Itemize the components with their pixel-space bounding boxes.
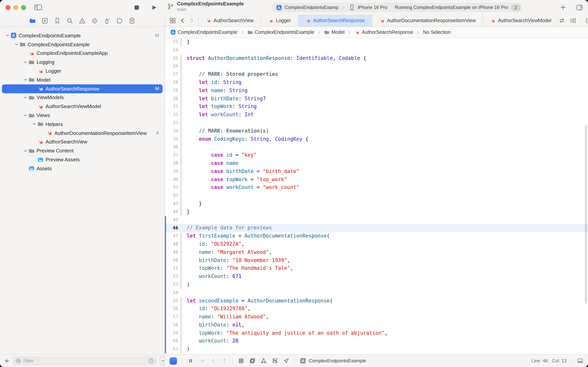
tab-logger[interactable]: Logger bbox=[261, 15, 298, 26]
disclosure-chevron-icon[interactable] bbox=[23, 77, 28, 83]
sidebar-item-model[interactable]: Model bbox=[0, 75, 165, 84]
debug-area-toggle-icon[interactable] bbox=[577, 358, 583, 364]
line-number[interactable]: 39 bbox=[165, 167, 180, 176]
fold-ribbon[interactable] bbox=[180, 329, 182, 337]
code-line-34[interactable]: 34 // MARK: Enumeration(s) bbox=[165, 127, 588, 135]
code-line-43[interactable]: 43 } bbox=[165, 200, 588, 208]
line-number[interactable]: 29 bbox=[165, 87, 180, 95]
line-number[interactable]: 27 bbox=[165, 70, 180, 79]
line-number[interactable]: 58 bbox=[165, 321, 180, 329]
sidebar-item-viewmodels[interactable]: ViewModels bbox=[0, 93, 165, 102]
line-number[interactable]: 61 bbox=[165, 345, 180, 354]
line-number[interactable]: 53 bbox=[165, 281, 180, 289]
code-line-60[interactable]: 60 workCount: 28 bbox=[165, 337, 588, 345]
code-line-53[interactable]: 53) bbox=[165, 281, 588, 289]
code-line-37[interactable]: 37 case id = "key" bbox=[165, 151, 588, 159]
fold-ribbon[interactable] bbox=[180, 46, 182, 54]
code-line-54[interactable]: 54 bbox=[165, 289, 588, 297]
sidebar-toggle-icon[interactable] bbox=[34, 4, 42, 10]
step-out-icon[interactable] bbox=[221, 358, 227, 364]
code-line-25[interactable]: 25struct AuthorDocumentationResponse: Id… bbox=[165, 54, 588, 62]
add-file-button[interactable] bbox=[4, 358, 10, 364]
sidebar-item-preview-content[interactable]: Preview Content bbox=[0, 146, 165, 155]
code-line-35[interactable]: 35 enum CodingKeys: String, CodingKey { bbox=[165, 135, 588, 143]
code-line-30[interactable]: 30 let birthDate: String? bbox=[165, 95, 588, 103]
tab-authorsearchresponse[interactable]: AuthorSearchResponse bbox=[298, 15, 372, 26]
fold-ribbon[interactable] bbox=[180, 345, 182, 354]
code-line-32[interactable]: 32 let workCount: Int bbox=[165, 111, 588, 119]
simulate-location-icon[interactable] bbox=[283, 358, 289, 364]
fold-ribbon[interactable] bbox=[180, 111, 182, 119]
code-review-icon[interactable] bbox=[559, 17, 565, 24]
forward-button[interactable] bbox=[189, 18, 194, 23]
sidebar-item-helpers[interactable]: Helpers bbox=[0, 120, 165, 129]
line-number[interactable]: 33 bbox=[165, 119, 180, 127]
activity-status[interactable]: Running ComplexEndpointsExample on iPhon… bbox=[395, 5, 508, 10]
scheme-selector[interactable]: ComplexEndpointsExamp iPhone 16 Pro Runn… bbox=[272, 3, 521, 12]
fold-ribbon[interactable] bbox=[180, 79, 182, 87]
editor-options-icon[interactable] bbox=[570, 17, 576, 24]
code-line-61[interactable]: 61) bbox=[165, 345, 588, 354]
filter-icon[interactable] bbox=[16, 358, 21, 364]
line-number[interactable]: 56 bbox=[165, 305, 180, 313]
code-line-48[interactable]: 48 id: "OL52922A", bbox=[165, 240, 588, 248]
line-number[interactable]: 25 bbox=[165, 54, 180, 62]
breadcrumb-item-complexendpointsexample[interactable]: ComplexEndpointsExample bbox=[247, 30, 314, 35]
line-number[interactable]: 48 bbox=[165, 240, 180, 248]
back-button[interactable] bbox=[180, 18, 185, 23]
line-number[interactable]: 47 bbox=[165, 232, 180, 240]
breadcrumb-item-complexendpointsexample[interactable]: ComplexEndpointsExample bbox=[170, 30, 237, 35]
code-line-24[interactable]: 24 bbox=[165, 46, 588, 54]
line-number[interactable]: 44 bbox=[165, 208, 180, 216]
close-window-button[interactable] bbox=[5, 5, 10, 10]
fold-ribbon[interactable] bbox=[180, 119, 182, 127]
line-number[interactable]: 42 bbox=[165, 192, 180, 200]
code-line-33[interactable]: 33 bbox=[165, 119, 588, 127]
disclosure-chevron-icon[interactable] bbox=[5, 33, 10, 38]
reports-navigator-icon[interactable] bbox=[129, 17, 135, 24]
fold-ribbon[interactable] bbox=[180, 54, 182, 62]
fold-ribbon[interactable] bbox=[180, 175, 182, 184]
fold-ribbon[interactable] bbox=[180, 289, 182, 297]
fold-ribbon[interactable] bbox=[180, 38, 182, 46]
breadcrumb-item-no-selection[interactable]: No Selection bbox=[423, 30, 451, 35]
line-number[interactable]: 26 bbox=[165, 62, 180, 71]
code-line-47[interactable]: 47let firstExample = AuthorDocumentation… bbox=[165, 232, 588, 240]
sidebar-item-authordocumentationresponseitemview[interactable]: AuthorDocumentationResponseItemViewA bbox=[0, 129, 165, 138]
stop-button[interactable] bbox=[134, 5, 140, 10]
sidebar-divider[interactable] bbox=[165, 15, 165, 367]
line-number[interactable]: 30 bbox=[165, 95, 180, 103]
sidebar-item-logging[interactable]: Logging bbox=[0, 58, 165, 67]
line-number[interactable]: 50 bbox=[165, 256, 180, 265]
fold-ribbon[interactable] bbox=[180, 103, 182, 111]
fold-ribbon[interactable] bbox=[180, 135, 182, 143]
minimize-window-button[interactable] bbox=[13, 5, 18, 10]
code-line-49[interactable]: 49 name: "Margaret Atwood", bbox=[165, 248, 588, 256]
step-over-icon[interactable] bbox=[199, 358, 205, 364]
code-line-55[interactable]: 55let secondExample = AuthorDocumentatio… bbox=[165, 297, 588, 305]
line-number[interactable]: 52 bbox=[165, 273, 180, 281]
fold-ribbon[interactable] bbox=[180, 273, 182, 281]
sidebar-item-authorsearchresponse[interactable]: AuthorSearchResponseM bbox=[0, 84, 165, 93]
line-number[interactable]: 51 bbox=[165, 265, 180, 273]
code-line-36[interactable]: 36 bbox=[165, 143, 588, 151]
line-number[interactable]: 57 bbox=[165, 313, 180, 321]
disclosure-chevron-icon[interactable] bbox=[23, 113, 28, 118]
issue-count-badge[interactable]: 2 bbox=[511, 4, 521, 11]
fold-ribbon[interactable] bbox=[180, 240, 182, 248]
sidebar-item-logger[interactable]: Logger bbox=[0, 67, 165, 75]
code-line-29[interactable]: 29 let name: String bbox=[165, 87, 588, 95]
sidebar-item-preview-assets[interactable]: Preview Assets bbox=[0, 155, 165, 164]
fold-ribbon[interactable] bbox=[180, 87, 182, 95]
scheme-device[interactable]: iPhone 16 Pro bbox=[358, 5, 387, 10]
editor-scrollbar[interactable] bbox=[585, 125, 587, 304]
code-line-41[interactable]: 41 case workCount = "work_count" bbox=[165, 184, 588, 192]
fold-ribbon[interactable] bbox=[180, 248, 182, 256]
code-line-38[interactable]: 38 case name bbox=[165, 159, 588, 167]
line-number[interactable]: 40 bbox=[165, 175, 180, 184]
fold-ribbon[interactable] bbox=[180, 216, 182, 224]
line-number[interactable]: 38 bbox=[165, 159, 180, 167]
code-line-52[interactable]: 52 workCount: 671 bbox=[165, 273, 588, 281]
code-line-50[interactable]: 50 birthDate: "18 November 1939", bbox=[165, 256, 588, 265]
code-line-58[interactable]: 58 birthDate: nil, bbox=[165, 321, 588, 329]
